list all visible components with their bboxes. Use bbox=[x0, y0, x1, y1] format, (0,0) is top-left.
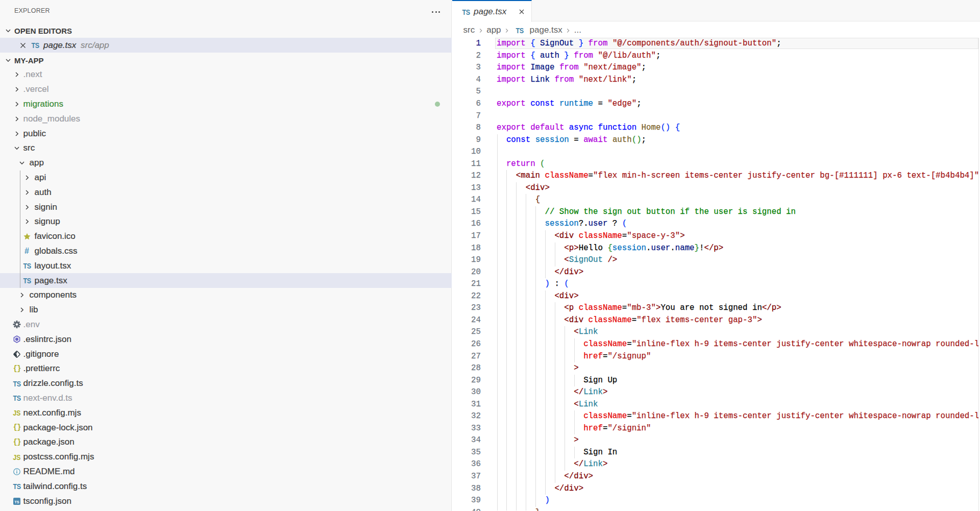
svg-text:TS: TS bbox=[14, 499, 19, 504]
